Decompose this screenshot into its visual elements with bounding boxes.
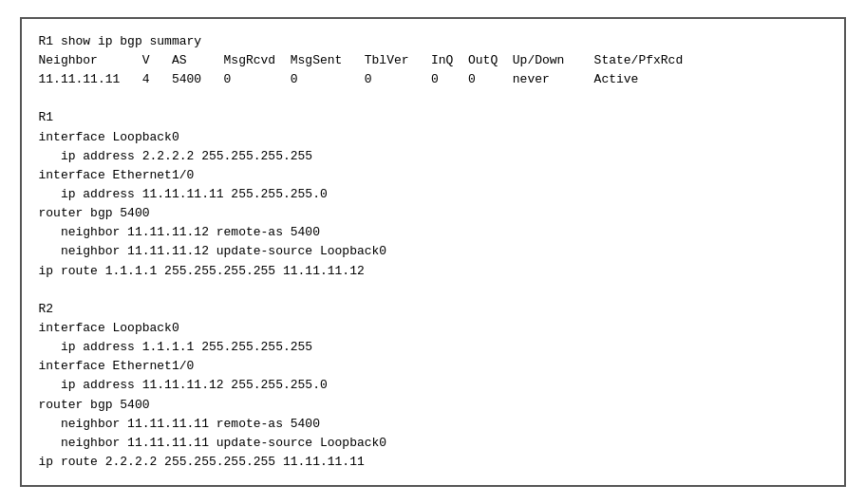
terminal-line: neighbor 11.11.11.11 update-source Loopb… <box>39 434 827 453</box>
terminal-line: interface Loopback0 <box>39 128 827 147</box>
terminal-line: ip route 1.1.1.1 255.255.255.255 11.11.1… <box>39 262 827 281</box>
terminal-line: ip route 2.2.2.2 255.255.255.255 11.11.1… <box>39 453 827 472</box>
terminal-line: router bgp 5400 <box>39 396 827 415</box>
terminal-line: neighbor 11.11.11.11 remote-as 5400 <box>39 415 827 434</box>
terminal-line: ip address 11.11.11.11 255.255.255.0 <box>39 185 827 204</box>
blank-line <box>39 89 827 108</box>
terminal-line: ip address 2.2.2.2 255.255.255.255 <box>39 147 827 166</box>
terminal-line: interface Ethernet1/0 <box>39 166 827 185</box>
terminal-line: neighbor 11.11.11.12 update-source Loopb… <box>39 242 827 261</box>
blank-line <box>39 281 827 300</box>
terminal-line: ip address 1.1.1.1 255.255.255.255 <box>39 338 827 357</box>
terminal-line: 11.11.11.11 4 5400 0 0 0 0 0 never Activ… <box>39 70 827 89</box>
terminal-container: R1 show ip bgp summaryNeighbor V AS MsgR… <box>20 17 846 487</box>
terminal-line: interface Loopback0 <box>39 319 827 338</box>
terminal-line: R1 <box>39 108 827 127</box>
terminal-line: ip address 11.11.11.12 255.255.255.0 <box>39 376 827 395</box>
terminal-line: router bgp 5400 <box>39 204 827 223</box>
terminal-output: R1 show ip bgp summaryNeighbor V AS MsgR… <box>39 32 827 472</box>
terminal-line: R1 show ip bgp summary <box>39 32 827 51</box>
terminal-line: interface Ethernet1/0 <box>39 357 827 376</box>
terminal-line: Neighbor V AS MsgRcvd MsgSent TblVer InQ… <box>39 51 827 70</box>
terminal-line: neighbor 11.11.11.12 remote-as 5400 <box>39 223 827 242</box>
terminal-line: R2 <box>39 300 827 319</box>
